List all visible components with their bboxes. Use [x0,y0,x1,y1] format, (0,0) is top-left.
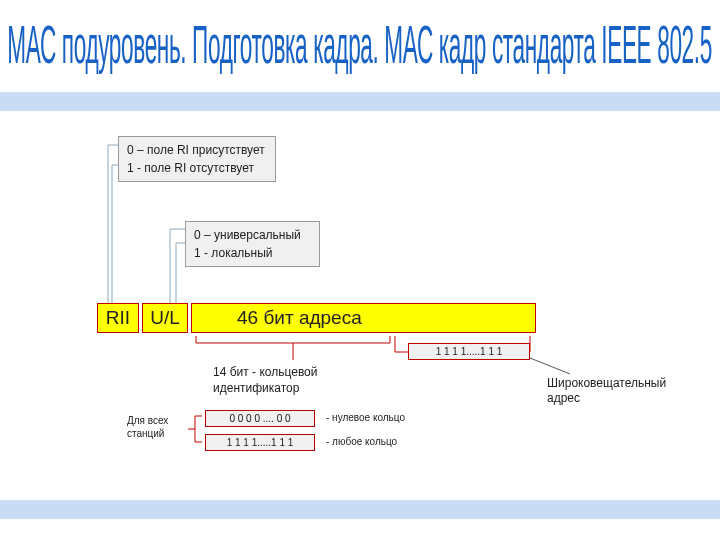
note-ul: 0 – универсальный 1 - локальный [185,221,320,267]
note-ri-1: 1 - поле RI отсутствует [127,159,267,177]
slide-title: МАС подуровень. Подготовка кадра. МАС ка… [8,14,713,75]
label-zero-ring: - нулевое кольцо [326,412,405,423]
footer-strip [0,500,720,519]
field-46bit: 46 бит адреса [191,303,536,333]
label-14bit: 14 бит - кольцевой идентификатор [213,365,353,396]
header-strip [0,92,720,111]
slide-header: МАС подуровень. Подготовка кадра. МАС ка… [0,0,720,90]
pattern-zeros: 0 0 0 0 .... 0 0 [205,410,315,427]
note-ri: 0 – поле RI присутствует 1 - поле RI отс… [118,136,276,182]
label-all-stations: Для всех станций [127,415,182,440]
address-fields: RII U/L 46 бит адреса [97,303,536,333]
pattern-broadcast: 1 1 1 1.....1 1 1 [408,343,530,360]
label-any-ring: - любое кольцо [326,436,397,447]
pattern-ones: 1 1 1 1.....1 1 1 [205,434,315,451]
label-broadcast: Широковещательный адрес [547,376,697,406]
field-ul: U/L [142,303,188,333]
note-ri-0: 0 – поле RI присутствует [127,141,267,159]
svg-line-1 [530,358,570,374]
field-rii: RII [97,303,139,333]
note-ul-1: 1 - локальный [194,244,311,262]
note-ul-0: 0 – универсальный [194,226,311,244]
